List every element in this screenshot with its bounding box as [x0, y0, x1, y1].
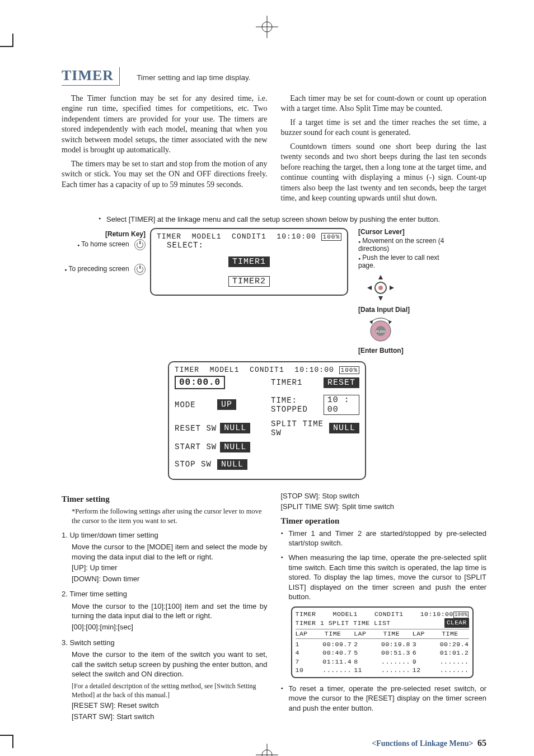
intro-right: Each timer may be set for count-down or …: [281, 94, 487, 207]
svg-marker-8: [378, 275, 383, 279]
time-value[interactable]: 10 : 00: [324, 395, 359, 415]
lcd-select-screen: TIMER MODEL1 CONDIT1 10:10:00 100% SELEC…: [150, 228, 348, 296]
svg-marker-16: [388, 320, 392, 324]
timer2-option[interactable]: TIMER2: [228, 276, 270, 287]
cursor-lever-icon: [358, 273, 403, 303]
return-key-legend: [Return Key] To home screen To preceding…: [62, 228, 146, 276]
stopsw-value[interactable]: NULL: [217, 459, 247, 470]
page-title: TIMER: [62, 67, 120, 86]
resetsw-value[interactable]: NULL: [220, 423, 250, 433]
startsw-value[interactable]: NULL: [220, 442, 250, 452]
mode-value[interactable]: UP: [217, 399, 236, 410]
svg-marker-15: [369, 320, 373, 324]
timer-operation-section: [STOP SW]: Stop switch [SPLIT TIME SW]: …: [281, 490, 487, 727]
svg-point-7: [378, 286, 383, 290]
crop-mark: [0, 735, 13, 748]
home-button-icon: [134, 239, 146, 250]
timer-value: 00:00.0: [175, 376, 225, 389]
back-button-icon: [134, 264, 146, 275]
cursor-legend: [Cursor Lever] Movement on the screen (4…: [358, 228, 456, 354]
crop-mark: [0, 34, 13, 47]
lead-instruction: Select [TIMER] at the linkage menu and c…: [101, 215, 486, 225]
svg-marker-10: [367, 286, 372, 290]
registration-mark: [256, 744, 278, 756]
timer1-option[interactable]: TIMER1: [228, 256, 270, 267]
data-dial-icon: PUSH: [358, 317, 403, 345]
page-subtitle: Timer setting and lap time display.: [137, 73, 250, 82]
registration-mark: [256, 16, 278, 38]
lcd-timer-screen: TIMER MODEL1 CONDIT1 10:10:00 100% 00:00…: [168, 361, 366, 480]
svg-marker-9: [378, 296, 383, 301]
splitsw-value[interactable]: NULL: [329, 423, 359, 433]
svg-text:PUSH: PUSH: [376, 330, 386, 333]
lcd-split-list: TIMER MODEL1 CONDIT1 10:10:00100% TIMER …: [291, 606, 474, 678]
svg-marker-11: [390, 286, 394, 290]
timer-setting-section: Timer setting *Perform the following set…: [62, 490, 268, 727]
reset-button[interactable]: RESET: [324, 377, 359, 388]
intro-left: The Timer function may be set for any de…: [62, 94, 268, 207]
clear-button[interactable]: CLEAR: [444, 618, 469, 628]
